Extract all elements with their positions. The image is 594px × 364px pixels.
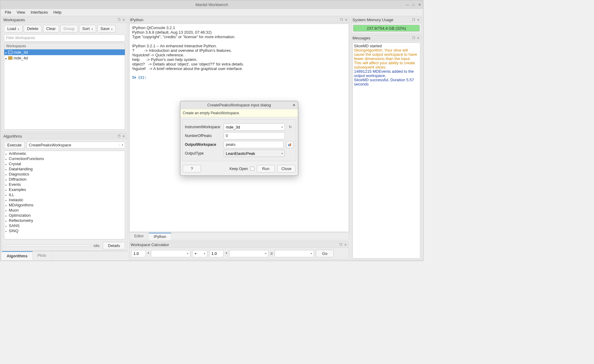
main-window: Mantid Workbench — □ ✕ File View Interfa… [0, 0, 423, 261]
maximize-icon[interactable]: □ [411, 2, 416, 7]
dock-close-icon[interactable]: ✕ [343, 243, 348, 247]
dock-float-icon[interactable]: ❐ [411, 18, 415, 22]
chevron-right-icon[interactable] [5, 182, 7, 187]
group-button[interactable]: Group [60, 25, 78, 32]
ipython-header: IPython ❐ ✕ [129, 17, 349, 23]
dock-float-icon[interactable]: ❐ [117, 134, 121, 139]
algorithm-category[interactable]: Diagnostics [4, 172, 125, 177]
tab-algorithms[interactable]: Algorithms [2, 251, 33, 260]
chevron-right-icon[interactable] [5, 167, 7, 171]
minimize-icon[interactable]: — [405, 2, 410, 7]
algorithms-tree[interactable]: ArithmeticCorrectionFunctionsCrystalData… [4, 151, 125, 239]
tab-plots[interactable]: Plots [33, 251, 52, 260]
output-type-combo[interactable]: LeanElasticPeak▾ [224, 150, 285, 157]
dock-close-icon[interactable]: ✕ [416, 18, 420, 22]
algorithm-category[interactable]: ILL [4, 192, 125, 197]
category-label: Diffraction [9, 177, 26, 182]
algorithm-category[interactable]: Diffraction [4, 177, 125, 182]
progress-bar [4, 245, 91, 247]
rhs-workspace-combo[interactable]: ▾ [229, 250, 269, 257]
menubar: File View Interfaces Help [1, 9, 423, 16]
ipython-title: IPython [130, 18, 143, 22]
chevron-right-icon[interactable] [5, 187, 7, 192]
workspace-item-mde-3d[interactable]: mde_3d [4, 49, 125, 55]
chevron-right-icon[interactable] [5, 203, 7, 207]
dialog-close-icon[interactable]: ✕ [292, 103, 295, 107]
chevron-right-icon[interactable] [5, 192, 7, 197]
chevron-right-icon[interactable] [5, 208, 7, 212]
run-button[interactable]: Run [257, 165, 275, 172]
menu-help[interactable]: Help [51, 9, 64, 15]
output-workspace-combo[interactable]: ▾ [275, 250, 314, 257]
algorithm-category[interactable]: Arithmetic [4, 151, 125, 156]
operator-combo[interactable]: +▾ [192, 250, 207, 257]
algorithm-category[interactable]: Optimization [4, 213, 125, 218]
chevron-right-icon[interactable] [5, 223, 7, 228]
keep-open-checkbox[interactable] [250, 167, 254, 171]
chevron-right-icon[interactable] [5, 56, 7, 60]
execute-label: Execute [7, 143, 22, 147]
left-tabs: Algorithms Plots [2, 251, 127, 260]
algorithm-select[interactable]: CreatePeaksWorkspace ▾ [27, 142, 125, 149]
menu-interfaces[interactable]: Interfaces [28, 9, 50, 15]
algorithm-category[interactable]: SANS [4, 223, 125, 228]
chevron-right-icon[interactable] [5, 162, 7, 166]
close-icon[interactable]: ✕ [417, 2, 422, 7]
algorithm-category[interactable]: Muon [4, 208, 125, 213]
workspace-item-mde-4d[interactable]: mde_4d [4, 55, 125, 61]
messages-body[interactable]: SliceMD startedSlicingAlgorithm: Your sl… [352, 42, 420, 259]
category-label: Muon [9, 208, 19, 212]
delete-button[interactable]: Delete [24, 25, 42, 32]
dock-float-icon[interactable]: ❐ [117, 18, 121, 22]
save-button[interactable]: Save [97, 25, 116, 32]
number-of-peaks-input[interactable] [224, 132, 285, 139]
algorithm-category[interactable]: DataHandling [4, 166, 125, 172]
filter-workspaces-input[interactable] [4, 34, 125, 42]
dock-float-icon[interactable]: ❐ [339, 243, 343, 247]
algorithm-category[interactable]: Examples [4, 187, 125, 192]
chevron-right-icon[interactable] [5, 213, 7, 218]
close-button[interactable]: Close [277, 165, 295, 172]
algorithm-category[interactable]: CorrectionFunctions [4, 156, 125, 161]
lhs-workspace-combo[interactable]: ▾ [151, 250, 190, 257]
dock-close-icon[interactable]: ✕ [122, 134, 126, 139]
chevron-right-icon[interactable] [5, 229, 7, 233]
chevron-right-icon[interactable] [5, 218, 7, 223]
algorithm-category[interactable]: MDAlgorithms [4, 202, 125, 208]
dock-float-icon[interactable]: ❐ [411, 36, 415, 40]
sort-button[interactable]: Sort [79, 25, 96, 32]
dock-close-icon[interactable]: ✕ [344, 18, 348, 22]
chevron-right-icon[interactable] [5, 198, 7, 202]
menu-file[interactable]: File [2, 9, 14, 15]
algorithm-category[interactable]: Events [4, 182, 125, 187]
chevron-right-icon[interactable] [5, 177, 7, 182]
go-button[interactable]: Go [316, 250, 334, 257]
algorithm-category[interactable]: Inelastic [4, 197, 125, 202]
dock-float-icon[interactable]: ❐ [339, 18, 343, 22]
load-button[interactable]: Load [4, 25, 22, 32]
algorithm-category[interactable]: Crystal [4, 161, 125, 166]
output-workspace-input[interactable] [224, 141, 284, 148]
help-button[interactable]: ? [183, 165, 201, 172]
lhs-scale-combo[interactable]: 1.0 [131, 250, 146, 257]
details-button[interactable]: Details [103, 242, 125, 249]
algorithm-category[interactable]: Reflectometry [4, 218, 125, 223]
instrument-workspace-combo[interactable]: mde_3d▾ [224, 123, 285, 131]
chevron-down-icon [18, 26, 19, 31]
rhs-scale-combo[interactable]: 1.0 [209, 250, 224, 257]
workspace-pick-icon[interactable] [286, 141, 293, 148]
tab-editor[interactable]: Editor [129, 233, 149, 240]
menu-view[interactable]: View [14, 9, 28, 15]
dock-close-icon[interactable]: ✕ [122, 18, 126, 22]
execute-button[interactable]: Execute [4, 141, 25, 149]
chevron-right-icon[interactable] [5, 50, 7, 55]
chevron-right-icon[interactable] [5, 172, 7, 176]
workspaces-tree[interactable]: Workspaces mde_3d mde_4d [4, 43, 125, 130]
chevron-right-icon[interactable] [5, 156, 7, 161]
tab-ipython[interactable]: IPython [149, 233, 171, 240]
history-icon[interactable]: ↻ [287, 124, 293, 130]
chevron-right-icon[interactable] [5, 151, 7, 156]
clear-button[interactable]: Clear [43, 25, 59, 32]
algorithm-category[interactable]: SINQ [4, 228, 125, 233]
dock-close-icon[interactable]: ✕ [416, 36, 420, 40]
